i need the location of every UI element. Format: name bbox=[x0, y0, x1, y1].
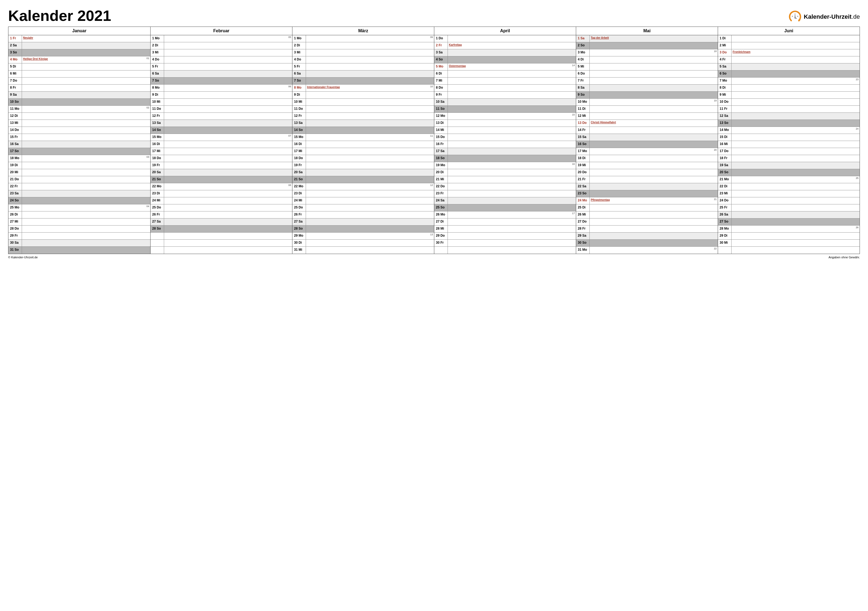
day-number: 8 Do bbox=[434, 85, 448, 91]
day-body bbox=[22, 99, 150, 105]
day-cell: 10 Do bbox=[718, 99, 860, 106]
day-cell: 13 Mi bbox=[8, 120, 150, 127]
day-body bbox=[732, 233, 860, 239]
day-cell: 9 Di bbox=[150, 91, 292, 99]
day-cell: 21 Mo25 bbox=[718, 176, 860, 183]
day-number: 27 Sa bbox=[292, 218, 306, 225]
week-number: 21 bbox=[714, 198, 717, 201]
day-cell: 18 Di bbox=[576, 155, 718, 162]
day-number: 15 Fr bbox=[8, 134, 22, 141]
day-body bbox=[590, 212, 718, 218]
day-body bbox=[22, 49, 150, 56]
month-header: Januar bbox=[8, 27, 150, 35]
day-body bbox=[164, 127, 292, 134]
day-cell: 17 Mi bbox=[292, 148, 434, 155]
day-body bbox=[22, 176, 150, 183]
brand-tld: .de bbox=[851, 13, 860, 20]
day-number: 3 So bbox=[8, 49, 22, 56]
day-cell bbox=[434, 247, 576, 254]
day-body bbox=[448, 183, 576, 190]
day-number: 7 Mi bbox=[434, 77, 448, 84]
day-number: 12 Mo bbox=[434, 113, 448, 119]
day-number: 21 Mo bbox=[718, 176, 732, 183]
day-number: 21 Mi bbox=[434, 176, 448, 183]
day-body bbox=[306, 218, 434, 225]
day-cell: 27 Sa bbox=[292, 218, 434, 226]
day-body bbox=[22, 247, 150, 254]
day-number: 3 Sa bbox=[434, 49, 448, 56]
day-number: 10 Mi bbox=[150, 99, 164, 105]
day-cell: 23 So bbox=[576, 190, 718, 197]
day-number: 31 Mi bbox=[292, 247, 306, 254]
day-cell: 9 Di bbox=[292, 91, 434, 99]
day-body bbox=[590, 183, 718, 190]
day-cell: 11 Do bbox=[150, 106, 292, 113]
day-body bbox=[22, 212, 150, 218]
day-body bbox=[22, 77, 150, 84]
day-cell: 20 Do bbox=[576, 169, 718, 176]
day-number: 22 Mo bbox=[292, 183, 306, 190]
day-cell: 31 Mo22 bbox=[576, 247, 718, 254]
week-number: 12 bbox=[430, 184, 433, 187]
day-cell: 14 Mi bbox=[434, 127, 576, 134]
day-number: 15 Mo bbox=[150, 134, 164, 141]
day-body bbox=[164, 218, 292, 225]
week-number: 09 bbox=[430, 36, 433, 39]
day-cell: 24 So bbox=[8, 197, 150, 204]
day-body bbox=[164, 226, 292, 232]
day-body bbox=[306, 197, 434, 204]
day-number: 7 So bbox=[150, 77, 164, 84]
day-cell: 5 Di bbox=[8, 63, 150, 71]
day-body bbox=[22, 162, 150, 169]
day-number: 26 Di bbox=[8, 212, 22, 218]
day-body bbox=[164, 162, 292, 169]
day-body bbox=[22, 63, 150, 70]
day-number: 30 Mi bbox=[718, 240, 732, 246]
holiday-label: Tag der Arbeit bbox=[591, 36, 609, 39]
day-number: 2 Mi bbox=[718, 42, 732, 49]
day-body: Fronleichnam bbox=[732, 49, 860, 56]
day-cell: 26 Sa bbox=[718, 212, 860, 218]
day-body bbox=[448, 197, 576, 204]
day-body bbox=[306, 91, 434, 98]
day-cell: 12 Di bbox=[8, 113, 150, 120]
day-body bbox=[732, 42, 860, 49]
day-number: 16 Sa bbox=[8, 141, 22, 148]
day-number: 23 Sa bbox=[8, 190, 22, 197]
day-cell: 8 Mo06 bbox=[150, 85, 292, 91]
brand-name: Kalender-Uhrzeit bbox=[804, 13, 851, 20]
day-body bbox=[590, 85, 718, 91]
day-number: 5 Fr bbox=[292, 63, 306, 70]
day-body bbox=[22, 240, 150, 246]
month-column: Juni1 Di2 Mi3 DoFronleichnam4 Fr5 Sa6 So… bbox=[718, 27, 860, 254]
day-cell: 18 Do bbox=[292, 155, 434, 162]
day-body bbox=[22, 233, 150, 239]
day-number: 8 Mo bbox=[150, 85, 164, 91]
day-body bbox=[590, 63, 718, 70]
day-number: 7 Mo bbox=[718, 77, 732, 84]
day-cell: 29 Fr bbox=[8, 233, 150, 240]
day-number: 13 Sa bbox=[292, 120, 306, 127]
day-cell bbox=[718, 247, 860, 254]
day-body bbox=[22, 71, 150, 77]
day-body bbox=[164, 120, 292, 127]
day-number: 18 Di bbox=[576, 155, 590, 162]
day-number: 19 Di bbox=[8, 162, 22, 169]
week-number: 11 bbox=[430, 135, 433, 137]
day-body: 16 bbox=[448, 162, 576, 169]
day-body bbox=[164, 49, 292, 56]
day-number: 29 Mo bbox=[292, 233, 306, 239]
day-body: 12 bbox=[306, 183, 434, 190]
day-number: 1 Fr bbox=[8, 35, 22, 42]
day-number: 12 Sa bbox=[718, 113, 732, 119]
day-cell: 22 Mo08 bbox=[150, 183, 292, 190]
day-number: 2 Fr bbox=[434, 42, 448, 49]
day-number: 19 Mi bbox=[576, 162, 590, 169]
day-cell: 11 Fr bbox=[718, 106, 860, 113]
day-cell: 6 So bbox=[718, 71, 860, 77]
day-body bbox=[448, 106, 576, 113]
day-number: 12 Fr bbox=[292, 113, 306, 119]
day-number: 31 So bbox=[8, 247, 22, 254]
day-number: 20 Mi bbox=[8, 169, 22, 176]
day-number: 5 Mi bbox=[576, 63, 590, 70]
